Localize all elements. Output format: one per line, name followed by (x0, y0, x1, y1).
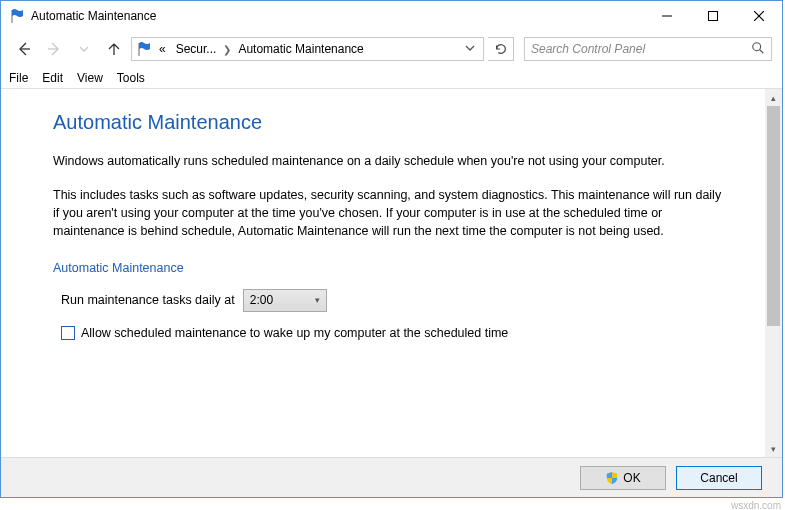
recent-locations-button[interactable] (71, 36, 97, 62)
detail-paragraph: This includes tasks such as software upd… (53, 186, 725, 240)
wake-checkbox-label[interactable]: Allow scheduled maintenance to wake up m… (81, 326, 508, 340)
window-title: Automatic Maintenance (31, 9, 156, 23)
scroll-up-arrow[interactable]: ▴ (765, 89, 782, 106)
menu-edit[interactable]: Edit (42, 71, 63, 85)
search-box[interactable] (524, 37, 772, 61)
breadcrumb-automatic-maintenance[interactable]: Automatic Maintenance (235, 42, 366, 56)
scrollbar-thumb[interactable] (767, 106, 780, 326)
menu-tools[interactable]: Tools (117, 71, 145, 85)
ok-button-label: OK (623, 471, 640, 485)
section-subheading: Automatic Maintenance (53, 261, 725, 275)
menu-view[interactable]: View (77, 71, 103, 85)
uac-shield-icon (605, 471, 619, 485)
breadcrumb-security[interactable]: Secur... (173, 42, 220, 56)
navigation-row: « Secur... ❯ Automatic Maintenance (1, 31, 782, 67)
svg-point-6 (753, 42, 761, 50)
content-pane: Automatic Maintenance Windows automatica… (1, 89, 765, 457)
maximize-button[interactable] (690, 1, 736, 31)
back-button[interactable] (11, 36, 37, 62)
control-panel-flag-icon (136, 41, 152, 57)
svg-rect-1 (709, 12, 718, 21)
footer-bar: OK Cancel (1, 457, 782, 497)
intro-paragraph: Windows automatically runs scheduled mai… (53, 152, 725, 170)
maintenance-time-row: Run maintenance tasks daily at 2:00 ▾ (53, 289, 725, 312)
maintenance-time-value: 2:00 (250, 293, 273, 307)
maintenance-time-label: Run maintenance tasks daily at (61, 293, 235, 307)
maintenance-time-select[interactable]: 2:00 ▾ (243, 289, 327, 312)
titlebar: Automatic Maintenance (1, 1, 782, 31)
ok-button[interactable]: OK (580, 466, 666, 490)
scroll-down-arrow[interactable]: ▾ (765, 440, 782, 457)
search-icon[interactable] (751, 41, 765, 58)
refresh-button[interactable] (488, 37, 514, 61)
control-panel-flag-icon (9, 8, 25, 24)
wake-checkbox[interactable] (61, 326, 75, 340)
address-bar[interactable]: « Secur... ❯ Automatic Maintenance (131, 37, 484, 61)
menu-bar: File Edit View Tools (1, 67, 782, 89)
address-history-dropdown[interactable] (461, 42, 479, 56)
cancel-button[interactable]: Cancel (676, 466, 762, 490)
page-heading: Automatic Maintenance (53, 111, 725, 134)
search-input[interactable] (531, 42, 751, 56)
window-controls (644, 1, 782, 31)
cancel-button-label: Cancel (700, 471, 737, 485)
minimize-button[interactable] (644, 1, 690, 31)
chevron-right-icon[interactable]: ❯ (223, 44, 231, 55)
chevron-down-icon: ▾ (315, 295, 320, 305)
menu-file[interactable]: File (9, 71, 28, 85)
up-button[interactable] (101, 36, 127, 62)
attribution-text: wsxdn.com (731, 500, 781, 510)
close-button[interactable] (736, 1, 782, 31)
vertical-scrollbar[interactable]: ▴ ▾ (765, 89, 782, 457)
wake-checkbox-row: Allow scheduled maintenance to wake up m… (53, 326, 725, 340)
forward-button[interactable] (41, 36, 67, 62)
svg-line-7 (760, 49, 764, 53)
breadcrumb-prefix: « (156, 42, 169, 56)
